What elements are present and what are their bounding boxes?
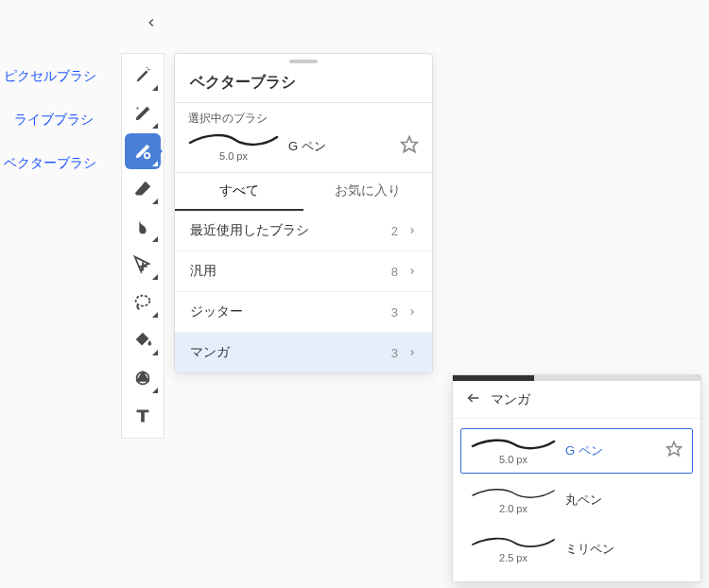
svg-point-4 bbox=[136, 296, 150, 306]
subpanel-title: マンガ bbox=[491, 391, 530, 408]
selected-brush-row[interactable]: 5.0 px G ペン bbox=[188, 130, 419, 163]
brush-list: 5.0 px G ペン 2.0 px 丸ペン 2.5 px ミリペン bbox=[453, 419, 700, 581]
panel-title: ベクターブラシ bbox=[175, 67, 432, 102]
chevron-right-icon bbox=[407, 304, 417, 320]
tool-move[interactable] bbox=[125, 247, 161, 283]
svg-marker-8 bbox=[667, 442, 682, 456]
tool-smudge[interactable] bbox=[125, 209, 161, 245]
subpanel-header: マンガ bbox=[453, 381, 700, 419]
svg-point-1 bbox=[147, 67, 147, 68]
tool-eraser[interactable] bbox=[125, 171, 161, 207]
category-jitter[interactable]: ジッター 3 bbox=[175, 291, 432, 332]
selected-brush-name: G ペン bbox=[288, 138, 390, 155]
brush-row-marupen[interactable]: 2.0 px 丸ペン bbox=[460, 477, 693, 523]
svg-point-2 bbox=[136, 107, 138, 109]
tool-live-brush[interactable] bbox=[125, 95, 161, 131]
tab-favorites[interactable]: お気に入り bbox=[303, 173, 432, 211]
tool-text[interactable] bbox=[125, 398, 161, 434]
selected-brush-label: 選択中のブラシ bbox=[188, 111, 419, 127]
subpanel: マンガ 5.0 px G ペン 2.0 px 丸ペン 2.5 px ミ bbox=[452, 374, 701, 582]
brush-stroke-preview: 5.0 px bbox=[471, 435, 556, 467]
chevron-right-icon bbox=[407, 345, 417, 360]
chevron-right-icon bbox=[407, 264, 417, 279]
brush-panel: ベクターブラシ 選択中のブラシ 5.0 px G ペン すべて お気に入り 最近… bbox=[174, 53, 433, 373]
category-list: 最近使用したブラシ 2 汎用 8 ジッター 3 マンガ 3 bbox=[175, 211, 432, 372]
favorite-star-icon[interactable] bbox=[400, 135, 419, 158]
selected-brush-section: 選択中のブラシ 5.0 px G ペン bbox=[175, 102, 432, 172]
annotation-vector-brush: ベクターブラシ bbox=[4, 155, 96, 172]
annotation-pixel-brush: ピクセルブラシ bbox=[4, 68, 96, 85]
tool-lasso[interactable] bbox=[125, 285, 161, 320]
tool-pixel-brush[interactable] bbox=[125, 58, 161, 94]
category-general[interactable]: 汎用 8 bbox=[175, 251, 432, 291]
svg-marker-6 bbox=[402, 137, 418, 152]
drag-handle[interactable] bbox=[289, 60, 318, 63]
category-manga[interactable]: マンガ 3 bbox=[175, 332, 432, 372]
brush-stroke-preview: 2.5 px bbox=[471, 533, 556, 565]
tab-all[interactable]: すべて bbox=[175, 173, 303, 211]
category-recent[interactable]: 最近使用したブラシ 2 bbox=[175, 211, 432, 251]
brush-stroke-preview: 5.0 px bbox=[188, 130, 279, 163]
brush-stroke-preview: 2.0 px bbox=[471, 484, 556, 516]
selected-brush-size: 5.0 px bbox=[219, 150, 248, 162]
tool-vector-brush[interactable] bbox=[125, 133, 161, 169]
toolbar bbox=[121, 53, 164, 439]
back-button[interactable] bbox=[136, 8, 166, 38]
back-arrow-icon[interactable] bbox=[466, 390, 481, 408]
brush-row-gpen[interactable]: 5.0 px G ペン bbox=[460, 428, 693, 474]
svg-point-0 bbox=[148, 69, 150, 71]
chevron-right-icon bbox=[407, 223, 417, 238]
svg-point-3 bbox=[145, 153, 150, 159]
tool-fill[interactable] bbox=[125, 322, 161, 358]
subpanel-indicator bbox=[453, 375, 700, 381]
tabs: すべて お気に入り bbox=[175, 172, 432, 211]
brush-row-millipen[interactable]: 2.5 px ミリペン bbox=[460, 527, 693, 572]
tool-shape[interactable] bbox=[125, 360, 161, 396]
favorite-star-icon[interactable] bbox=[666, 441, 683, 461]
annotation-live-brush: ライブブラシ bbox=[14, 112, 94, 129]
